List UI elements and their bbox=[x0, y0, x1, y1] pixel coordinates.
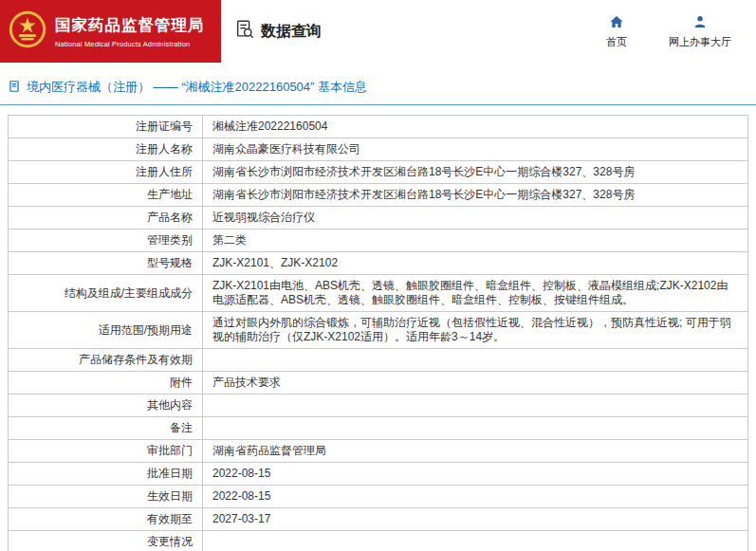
table-row: 产品名称 近视弱视综合治疗仪 bbox=[9, 207, 748, 230]
row-value: 湖南众晶豪医疗科技有限公司 bbox=[203, 138, 748, 161]
row-label: 产品名称 bbox=[9, 207, 203, 230]
row-value: 近视弱视综合治疗仪 bbox=[203, 207, 748, 230]
row-label: 其他内容 bbox=[9, 395, 203, 417]
table-row: 变更情况 bbox=[9, 531, 748, 551]
agency-logo-block: 国家药品监督管理局 National Medical Products Admi… bbox=[0, 0, 221, 63]
nav-home-label: 首页 bbox=[606, 35, 627, 49]
data-query-heading: 数据查询 bbox=[234, 19, 322, 44]
table-row: 备注 bbox=[9, 417, 748, 440]
agency-name-en: National Medical Products Administration bbox=[55, 40, 205, 48]
row-label: 备注 bbox=[9, 417, 203, 440]
row-label: 变更情况 bbox=[9, 531, 203, 551]
data-query-label: 数据查询 bbox=[261, 22, 322, 42]
document-search-icon bbox=[234, 19, 255, 44]
row-value: 第二类 bbox=[203, 230, 748, 252]
breadcrumb-bar: 境内医疗器械（注册） —— “湘械注准20222160504” 基本信息 bbox=[0, 79, 756, 105]
nav-online-hall-label: 网上办事大厅 bbox=[669, 35, 731, 49]
row-value: ZJK-X2101由电池、ABS机壳、透镜、触眼胶圈组件、暗盒组件、控制板、液晶… bbox=[203, 275, 748, 312]
row-value: 2022-08-15 bbox=[203, 463, 748, 486]
row-value bbox=[203, 395, 748, 417]
row-label: 注册证编号 bbox=[9, 116, 203, 138]
row-value: 产品技术要求 bbox=[203, 372, 748, 395]
breadcrumb: 境内医疗器械（注册） —— “湘械注准20222160504” 基本信息 bbox=[8, 79, 748, 96]
row-value bbox=[203, 417, 748, 440]
row-label: 有效期至 bbox=[9, 508, 203, 531]
table-row: 管理类别 第二类 bbox=[9, 230, 748, 252]
row-label: 生产地址 bbox=[9, 184, 203, 207]
row-value: 通过对眼内外肌的综合锻炼，可辅助治疗近视（包括假性近视、混合性近视），预防真性近… bbox=[203, 312, 748, 349]
row-value: 湖南省药品监督管理局 bbox=[203, 440, 748, 463]
table-row: 生效日期 2022-08-15 bbox=[9, 486, 748, 508]
table-row: 附件 产品技术要求 bbox=[9, 372, 748, 395]
page-header: 国家药品监督管理局 National Medical Products Admi… bbox=[0, 0, 756, 63]
page-title: 境内医疗器械（注册） —— “湘械注准20222160504” 基本信息 bbox=[27, 79, 367, 96]
table-row: 审批部门 湖南省药品监督管理局 bbox=[9, 440, 748, 463]
table-row: 产品储存条件及有效期 bbox=[9, 349, 748, 372]
row-value: 湘械注准20222160504 bbox=[203, 116, 748, 138]
document-icon bbox=[8, 80, 21, 96]
table-row: 适用范围/预期用途 通过对眼内外肌的综合锻炼，可辅助治疗近视（包括假性近视、混合… bbox=[9, 312, 748, 349]
table-row: 其他内容 bbox=[9, 395, 748, 417]
row-label: 结构及组成/主要组成成分 bbox=[9, 275, 203, 312]
nav-online-hall[interactable]: 网上办事大厅 bbox=[669, 14, 731, 49]
table-row: 批准日期 2022-08-15 bbox=[9, 463, 748, 486]
row-label: 适用范围/预期用途 bbox=[9, 312, 203, 349]
table-row: 生产地址 湖南省长沙市浏阳市经济技术开发区湘台路18号长沙E中心一期综合楼327… bbox=[9, 184, 748, 207]
row-label: 批准日期 bbox=[9, 463, 203, 486]
nav-home[interactable]: 首页 bbox=[606, 14, 627, 49]
home-icon bbox=[609, 14, 624, 31]
table-row: 结构及组成/主要组成成分 ZJK-X2101由电池、ABS机壳、透镜、触眼胶圈组… bbox=[9, 275, 748, 312]
row-value: 湖南省长沙市浏阳市经济技术开发区湘台路18号长沙E中心一期综合楼327、328号… bbox=[203, 161, 748, 184]
table-row: 注册证编号 湘械注准20222160504 bbox=[9, 116, 748, 138]
row-label: 生效日期 bbox=[9, 486, 203, 508]
row-value bbox=[203, 531, 748, 551]
agency-name-cn: 国家药品监督管理局 bbox=[55, 15, 205, 36]
row-value: 2022-08-15 bbox=[203, 486, 748, 508]
table-row: 有效期至 2027-03-17 bbox=[9, 508, 748, 531]
row-label: 附件 bbox=[9, 372, 203, 395]
table-row: 注册人名称 湖南众晶豪医疗科技有限公司 bbox=[9, 138, 748, 161]
row-label: 审批部门 bbox=[9, 440, 203, 463]
national-emblem-icon bbox=[8, 9, 47, 53]
row-value: 湖南省长沙市浏阳市经济技术开发区湘台路18号长沙E中心一期综合楼327、328号… bbox=[203, 184, 748, 207]
row-label: 注册人名称 bbox=[9, 138, 203, 161]
agency-title: 国家药品监督管理局 National Medical Products Admi… bbox=[55, 15, 205, 48]
header-nav: 首页 网上办事大厅 bbox=[606, 14, 756, 49]
row-value: ZJK-X2101、ZJK-X2102 bbox=[203, 252, 748, 275]
table-row: 注册人住所 湖南省长沙市浏阳市经济技术开发区湘台路18号长沙E中心一期综合楼32… bbox=[9, 161, 748, 184]
row-label: 产品储存条件及有效期 bbox=[9, 349, 203, 372]
registration-info-table: 注册证编号 湘械注准20222160504 注册人名称 湖南众晶豪医疗科技有限公… bbox=[8, 115, 748, 551]
row-value: 2027-03-17 bbox=[203, 508, 748, 531]
table-row: 型号规格 ZJK-X2101、ZJK-X2102 bbox=[9, 252, 748, 275]
row-label: 注册人住所 bbox=[9, 161, 203, 184]
row-label: 管理类别 bbox=[9, 230, 203, 252]
person-icon bbox=[692, 14, 708, 31]
row-label: 型号规格 bbox=[9, 252, 203, 275]
row-value bbox=[203, 349, 748, 372]
